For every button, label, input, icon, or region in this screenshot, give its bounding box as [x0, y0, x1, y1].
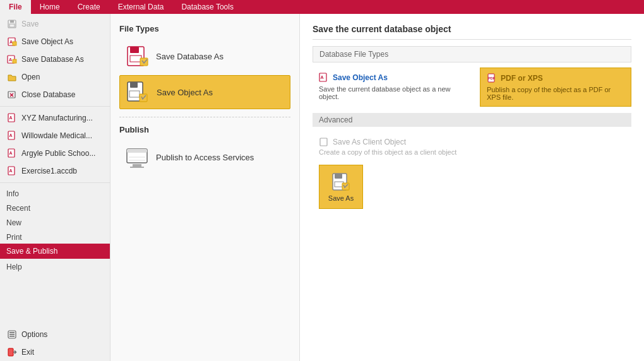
sidebar-item-close-database[interactable]: Close Database	[0, 86, 110, 104]
ribbon-tabs: File Home Create External Data Database …	[0, 0, 242, 14]
close-db-icon	[6, 89, 18, 100]
svg-text:A: A	[9, 115, 13, 120]
sidebar-recent-exercise1[interactable]: A Exercise1.accdb	[0, 162, 110, 180]
sidebar-recent-willowdale[interactable]: A Willowdale Medical...	[0, 127, 110, 145]
pdf-xps-block[interactable]: PDF PDF or XPS Publish a copy of the obj…	[480, 68, 631, 107]
svg-rect-39	[130, 167, 144, 168]
sidebar-willowdale-label: Willowdale Medical...	[21, 131, 92, 140]
svg-rect-2	[9, 24, 15, 27]
sidebar-item-open[interactable]: Open	[0, 68, 110, 86]
save-as-client-desc: Create a copy of this object as a client…	[319, 148, 625, 156]
right-panel-title: Save the current database object	[313, 24, 631, 40]
accdb-icon-1: A	[6, 112, 18, 124]
svg-text:A: A	[321, 75, 324, 80]
tab-file[interactable]: File	[0, 0, 31, 14]
svg-rect-35	[127, 149, 147, 153]
sidebar-item-exit[interactable]: Exit	[0, 343, 110, 361]
save-object-icon: A	[6, 36, 18, 47]
sidebar-argyle-label: Argyle Public Schoo...	[21, 149, 95, 158]
sidebar-recent-argyle[interactable]: A Argyle Public Schoo...	[0, 145, 110, 162]
svg-text:A: A	[9, 40, 13, 44]
save-database-as-label: Save Database As	[156, 52, 224, 61]
right-panel: Save the current database object Databas…	[300, 14, 644, 361]
svg-rect-8	[13, 59, 16, 63]
svg-text:A: A	[9, 169, 13, 173]
sidebar-item-save[interactable]: Save	[0, 15, 110, 33]
svg-rect-31	[130, 82, 138, 88]
sidebar-divider-2	[0, 182, 110, 183]
svg-text:A: A	[9, 57, 12, 62]
save-object-as-small-icon: A	[319, 73, 329, 83]
sidebar-item-save-database-as[interactable]: A Save Database As	[0, 50, 110, 68]
svg-text:A: A	[9, 151, 13, 155]
sidebar-options-label: Options	[21, 330, 47, 339]
save-as-client-icon	[319, 137, 329, 147]
tab-create[interactable]: Create	[69, 0, 109, 14]
middle-panel: File Types Save Database As	[110, 14, 300, 361]
publish-access-icon	[124, 145, 150, 170]
file-type-save-object-as[interactable]: Save Object As	[119, 75, 290, 109]
save-object-as-label: Save Object As	[157, 88, 213, 97]
save-db-icon: A	[6, 54, 18, 65]
svg-rect-44	[320, 138, 327, 146]
svg-rect-24	[8, 348, 13, 356]
file-types-title: File Types	[119, 24, 290, 33]
sidebar-item-print[interactable]: Print	[0, 229, 110, 244]
right-content-row-1: A Save Object As Save the current databa…	[313, 68, 631, 107]
tab-database-tools[interactable]: Database Tools	[172, 0, 242, 14]
save-icon	[6, 18, 18, 30]
sidebar-recent-xyz[interactable]: A XYZ Manufacturing...	[0, 109, 110, 127]
svg-rect-46	[335, 174, 342, 179]
svg-rect-22	[9, 334, 15, 335]
sidebar-item-options[interactable]: Options	[0, 326, 110, 343]
main-area: Save A Save Object As A Save Database As…	[0, 14, 644, 361]
save-as-button-label: Save As	[328, 194, 354, 202]
sidebar-save-db-label: Save Database As	[21, 55, 84, 64]
sidebar-item-info[interactable]: Info	[0, 186, 110, 200]
save-as-button[interactable]: Save As	[319, 165, 363, 209]
pdf-xps-desc: Publish a copy of the object as a PDF or…	[487, 86, 624, 101]
accdb-icon-2: A	[6, 130, 18, 141]
svg-rect-23	[9, 336, 15, 337]
save-as-client-title-text: Save As Client Object	[333, 138, 406, 146]
sidebar: Save A Save Object As A Save Database As…	[0, 14, 110, 361]
publish-title: Publish	[119, 125, 290, 134]
sidebar-xyz-label: XYZ Manufacturing...	[21, 114, 93, 122]
save-as-client-title: Save As Client Object	[319, 137, 625, 147]
options-icon	[6, 329, 18, 340]
sidebar-item-help[interactable]: Help	[0, 259, 110, 273]
file-type-publish-access[interactable]: Publish to Access Services	[119, 141, 290, 174]
sidebar-save-object-label: Save Object As	[21, 37, 73, 46]
file-type-save-database-as[interactable]: Save Database As	[119, 40, 290, 73]
tab-external-data[interactable]: External Data	[109, 0, 173, 14]
pdf-xps-icon: PDF	[487, 73, 497, 83]
db-file-types-label: Database File Types	[313, 46, 631, 62]
save-object-as-desc: Save the current database object as a ne…	[319, 85, 467, 100]
section-divider	[119, 117, 290, 117]
sidebar-item-save-object-as[interactable]: A Save Object As	[0, 33, 110, 50]
svg-rect-21	[9, 332, 15, 333]
ribbon: File Home Create External Data Database …	[0, 0, 644, 14]
tab-home[interactable]: Home	[31, 0, 69, 14]
sidebar-item-save-publish[interactable]: Save & Publish	[0, 244, 110, 259]
pdf-xps-title-text: PDF or XPS	[501, 74, 543, 83]
save-as-button-icon	[331, 172, 351, 192]
sidebar-item-new[interactable]: New	[0, 215, 110, 229]
save-database-as-icon	[124, 44, 150, 69]
save-as-client-block: Save As Client Object Create a copy of t…	[313, 133, 631, 160]
save-object-as-block[interactable]: A Save Object As Save the current databa…	[313, 68, 474, 107]
publish-access-label: Publish to Access Services	[156, 153, 254, 162]
sidebar-item-recent[interactable]: Recent	[0, 200, 110, 215]
exit-icon	[6, 346, 18, 358]
sidebar-save-publish-label: Save & Publish	[6, 247, 57, 256]
sidebar-open-label: Open	[21, 73, 40, 81]
open-icon	[6, 71, 18, 83]
accdb-icon-3: A	[6, 148, 18, 159]
accdb-icon-4: A	[6, 165, 18, 177]
sidebar-divider-1	[0, 106, 110, 107]
sidebar-exit-label: Exit	[21, 348, 34, 357]
save-object-as-icon	[125, 80, 150, 105]
svg-rect-1	[10, 20, 14, 23]
svg-rect-27	[130, 47, 139, 53]
save-object-as-title-text: Save Object As	[333, 73, 388, 82]
